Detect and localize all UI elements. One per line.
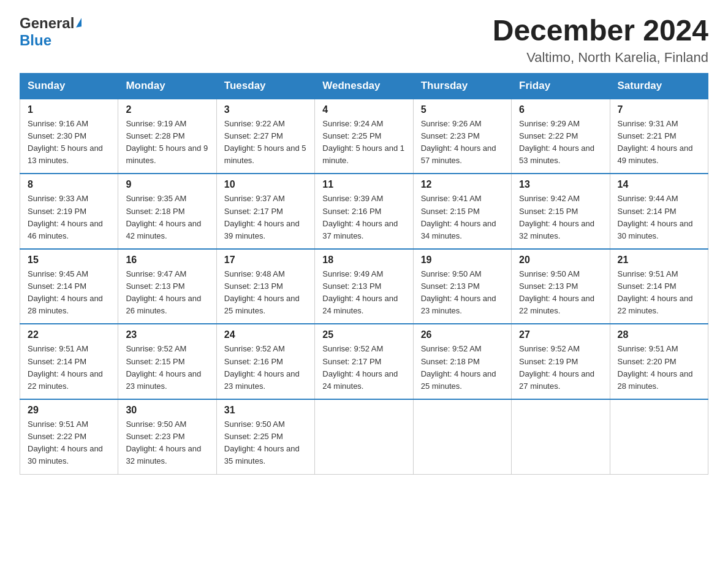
day-info: Sunrise: 9:52 AMSunset: 2:18 PMDaylight:… xyxy=(421,344,496,390)
calendar-cell xyxy=(413,399,511,474)
day-number: 26 xyxy=(421,329,504,340)
day-number: 22 xyxy=(28,329,110,340)
day-number: 2 xyxy=(126,104,208,115)
day-info: Sunrise: 9:50 AMSunset: 2:23 PMDaylight:… xyxy=(126,419,201,465)
day-number: 9 xyxy=(126,179,208,190)
day-number: 12 xyxy=(421,179,504,190)
day-number: 6 xyxy=(519,104,602,115)
calendar-cell xyxy=(315,399,413,474)
day-info: Sunrise: 9:26 AMSunset: 2:23 PMDaylight:… xyxy=(421,119,496,165)
day-info: Sunrise: 9:49 AMSunset: 2:13 PMDaylight:… xyxy=(322,269,398,315)
calendar-cell: 24 Sunrise: 9:52 AMSunset: 2:16 PMDaylig… xyxy=(216,324,314,399)
title-block: December 2024 Valtimo, North Karelia, Fi… xyxy=(493,15,708,66)
day-info: Sunrise: 9:24 AMSunset: 2:25 PMDaylight:… xyxy=(322,119,404,165)
day-info: Sunrise: 9:29 AMSunset: 2:22 PMDaylight:… xyxy=(519,119,594,165)
calendar-cell: 3 Sunrise: 9:22 AMSunset: 2:27 PMDayligh… xyxy=(216,99,314,174)
calendar-subtitle: Valtimo, North Karelia, Finland xyxy=(493,50,708,66)
day-info: Sunrise: 9:33 AMSunset: 2:19 PMDaylight:… xyxy=(28,194,103,240)
calendar-week-row: 29 Sunrise: 9:51 AMSunset: 2:22 PMDaylig… xyxy=(20,399,708,474)
day-number: 31 xyxy=(224,405,307,416)
calendar-week-row: 1 Sunrise: 9:16 AMSunset: 2:30 PMDayligh… xyxy=(20,99,708,174)
day-number: 19 xyxy=(421,255,504,266)
calendar-cell xyxy=(512,399,610,474)
day-number: 5 xyxy=(421,104,504,115)
day-number: 14 xyxy=(618,179,700,190)
header-thursday: Thursday xyxy=(413,73,511,99)
day-info: Sunrise: 9:51 AMSunset: 2:20 PMDaylight:… xyxy=(618,344,693,390)
calendar-cell: 1 Sunrise: 9:16 AMSunset: 2:30 PMDayligh… xyxy=(20,99,118,174)
day-info: Sunrise: 9:50 AMSunset: 2:13 PMDaylight:… xyxy=(519,269,594,315)
logo: General Blue xyxy=(20,15,82,49)
calendar-cell: 30 Sunrise: 9:50 AMSunset: 2:23 PMDaylig… xyxy=(118,399,216,474)
day-number: 15 xyxy=(28,255,110,266)
day-info: Sunrise: 9:31 AMSunset: 2:21 PMDaylight:… xyxy=(618,119,693,165)
day-info: Sunrise: 9:44 AMSunset: 2:14 PMDaylight:… xyxy=(618,194,693,240)
calendar-cell: 14 Sunrise: 9:44 AMSunset: 2:14 PMDaylig… xyxy=(610,174,708,249)
day-number: 10 xyxy=(224,179,307,190)
day-number: 7 xyxy=(618,104,700,115)
day-number: 18 xyxy=(322,255,405,266)
header-tuesday: Tuesday xyxy=(216,73,314,99)
calendar-header-row: Sunday Monday Tuesday Wednesday Thursday… xyxy=(20,73,708,99)
day-info: Sunrise: 9:52 AMSunset: 2:19 PMDaylight:… xyxy=(519,344,594,390)
day-number: 20 xyxy=(519,255,602,266)
day-info: Sunrise: 9:39 AMSunset: 2:16 PMDaylight:… xyxy=(322,194,398,240)
calendar-cell: 2 Sunrise: 9:19 AMSunset: 2:28 PMDayligh… xyxy=(118,99,216,174)
header-monday: Monday xyxy=(118,73,216,99)
day-info: Sunrise: 9:50 AMSunset: 2:25 PMDaylight:… xyxy=(224,419,300,465)
calendar-cell: 5 Sunrise: 9:26 AMSunset: 2:23 PMDayligh… xyxy=(413,99,511,174)
calendar-cell: 17 Sunrise: 9:48 AMSunset: 2:13 PMDaylig… xyxy=(216,249,314,324)
day-info: Sunrise: 9:52 AMSunset: 2:15 PMDaylight:… xyxy=(126,344,201,390)
calendar-cell: 28 Sunrise: 9:51 AMSunset: 2:20 PMDaylig… xyxy=(610,324,708,399)
calendar-cell: 22 Sunrise: 9:51 AMSunset: 2:14 PMDaylig… xyxy=(20,324,118,399)
day-number: 13 xyxy=(519,179,602,190)
day-info: Sunrise: 9:51 AMSunset: 2:14 PMDaylight:… xyxy=(28,344,103,390)
day-number: 29 xyxy=(28,405,110,416)
day-number: 24 xyxy=(224,329,307,340)
calendar-cell: 9 Sunrise: 9:35 AMSunset: 2:18 PMDayligh… xyxy=(118,174,216,249)
header-sunday: Sunday xyxy=(20,73,118,99)
day-number: 30 xyxy=(126,405,208,416)
day-info: Sunrise: 9:51 AMSunset: 2:14 PMDaylight:… xyxy=(618,269,693,315)
day-number: 17 xyxy=(224,255,307,266)
day-number: 25 xyxy=(322,329,405,340)
calendar-cell: 4 Sunrise: 9:24 AMSunset: 2:25 PMDayligh… xyxy=(315,99,413,174)
calendar-cell xyxy=(610,399,708,474)
day-info: Sunrise: 9:45 AMSunset: 2:14 PMDaylight:… xyxy=(28,269,103,315)
day-number: 28 xyxy=(618,329,700,340)
calendar-cell: 19 Sunrise: 9:50 AMSunset: 2:13 PMDaylig… xyxy=(413,249,511,324)
calendar-week-row: 8 Sunrise: 9:33 AMSunset: 2:19 PMDayligh… xyxy=(20,174,708,249)
calendar-cell: 13 Sunrise: 9:42 AMSunset: 2:15 PMDaylig… xyxy=(512,174,610,249)
calendar-cell: 31 Sunrise: 9:50 AMSunset: 2:25 PMDaylig… xyxy=(216,399,314,474)
calendar-cell: 11 Sunrise: 9:39 AMSunset: 2:16 PMDaylig… xyxy=(315,174,413,249)
header-saturday: Saturday xyxy=(610,73,708,99)
day-info: Sunrise: 9:35 AMSunset: 2:18 PMDaylight:… xyxy=(126,194,201,240)
calendar-title: December 2024 xyxy=(493,15,708,47)
calendar-cell: 26 Sunrise: 9:52 AMSunset: 2:18 PMDaylig… xyxy=(413,324,511,399)
day-number: 11 xyxy=(322,179,405,190)
logo-triangle-icon xyxy=(76,18,82,28)
day-number: 4 xyxy=(322,104,405,115)
calendar-cell: 8 Sunrise: 9:33 AMSunset: 2:19 PMDayligh… xyxy=(20,174,118,249)
day-info: Sunrise: 9:16 AMSunset: 2:30 PMDaylight:… xyxy=(28,119,103,165)
calendar-cell: 6 Sunrise: 9:29 AMSunset: 2:22 PMDayligh… xyxy=(512,99,610,174)
calendar-cell: 21 Sunrise: 9:51 AMSunset: 2:14 PMDaylig… xyxy=(610,249,708,324)
day-info: Sunrise: 9:47 AMSunset: 2:13 PMDaylight:… xyxy=(126,269,201,315)
calendar-cell: 23 Sunrise: 9:52 AMSunset: 2:15 PMDaylig… xyxy=(118,324,216,399)
calendar-cell: 15 Sunrise: 9:45 AMSunset: 2:14 PMDaylig… xyxy=(20,249,118,324)
day-info: Sunrise: 9:19 AMSunset: 2:28 PMDaylight:… xyxy=(126,119,208,165)
calendar-cell: 27 Sunrise: 9:52 AMSunset: 2:19 PMDaylig… xyxy=(512,324,610,399)
calendar-cell: 20 Sunrise: 9:50 AMSunset: 2:13 PMDaylig… xyxy=(512,249,610,324)
day-number: 1 xyxy=(28,104,110,115)
page-header: General Blue December 2024 Valtimo, Nort… xyxy=(20,15,708,66)
day-info: Sunrise: 9:48 AMSunset: 2:13 PMDaylight:… xyxy=(224,269,300,315)
day-info: Sunrise: 9:52 AMSunset: 2:16 PMDaylight:… xyxy=(224,344,300,390)
day-number: 23 xyxy=(126,329,208,340)
calendar-week-row: 15 Sunrise: 9:45 AMSunset: 2:14 PMDaylig… xyxy=(20,249,708,324)
day-number: 16 xyxy=(126,255,208,266)
day-info: Sunrise: 9:37 AMSunset: 2:17 PMDaylight:… xyxy=(224,194,300,240)
day-info: Sunrise: 9:42 AMSunset: 2:15 PMDaylight:… xyxy=(519,194,594,240)
calendar-cell: 29 Sunrise: 9:51 AMSunset: 2:22 PMDaylig… xyxy=(20,399,118,474)
day-info: Sunrise: 9:50 AMSunset: 2:13 PMDaylight:… xyxy=(421,269,496,315)
calendar-cell: 16 Sunrise: 9:47 AMSunset: 2:13 PMDaylig… xyxy=(118,249,216,324)
